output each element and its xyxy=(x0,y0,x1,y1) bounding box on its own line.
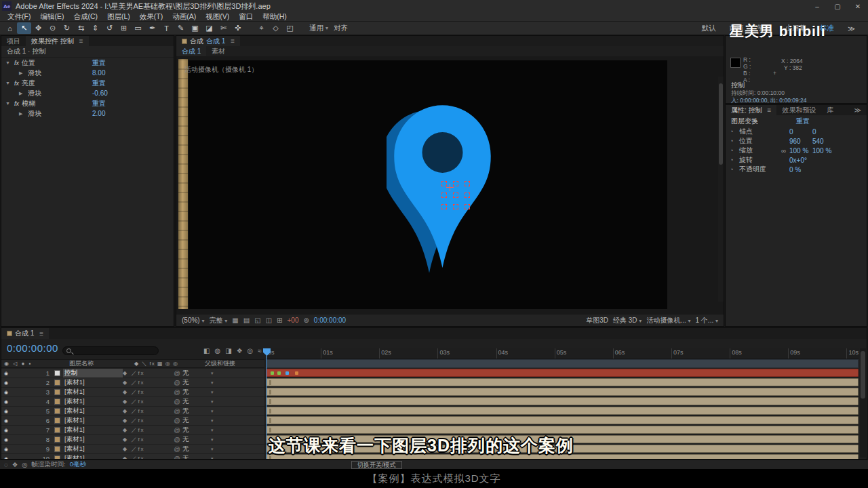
pickwhip-icon[interactable]: @ xyxy=(172,389,182,396)
snapshot-icon[interactable]: ⊚ xyxy=(303,317,309,324)
stopwatch-icon[interactable]: ◔ xyxy=(730,166,739,173)
effect-row-blur[interactable]: ▼ fx 模糊 重置 xyxy=(1,98,174,108)
parent-link-header[interactable]: 父级和链接 xyxy=(202,359,235,368)
preview-timecode[interactable]: 0:00:00:00 xyxy=(314,317,346,324)
transparency-grid-icon[interactable]: ▦ xyxy=(232,317,238,324)
parent-dropdown[interactable]: 无 xyxy=(182,416,211,425)
keyframe-marker[interactable] xyxy=(277,371,281,375)
layer-switches[interactable]: ◆ ／fx xyxy=(123,436,172,443)
scrollbar-thumb[interactable] xyxy=(719,83,723,165)
selection-handle[interactable] xyxy=(441,192,447,198)
pan-behind-tool-icon[interactable]: ⊞ xyxy=(117,22,131,34)
motion-blur-icon[interactable]: ◎ xyxy=(22,461,27,468)
work-area-bar[interactable] xyxy=(266,359,859,368)
eye-icon[interactable]: ◉ xyxy=(1,380,11,386)
frame-blend-icon[interactable]: ❖ xyxy=(237,347,243,354)
menu-animation[interactable]: 动画(A) xyxy=(167,12,201,22)
maximize-button[interactable]: ▢ xyxy=(827,0,848,12)
frame-blending-icon[interactable]: ❖ xyxy=(12,461,18,468)
pickwhip-icon[interactable]: @ xyxy=(172,427,182,434)
layer-duration-bar[interactable] xyxy=(266,388,859,396)
tab-composition-group[interactable]: 合成 合成 1 ≡ xyxy=(176,36,240,46)
parent-dropdown[interactable]: 无 xyxy=(182,369,211,378)
fast-preview-toggle[interactable]: 草图3D xyxy=(586,316,608,325)
axis-local-icon[interactable]: ⌖ xyxy=(254,22,269,34)
resolution-dropdown[interactable]: 完整 ▾ xyxy=(209,316,227,325)
layer-name[interactable]: [素材1] xyxy=(63,435,123,444)
layer-duration-bar[interactable] xyxy=(266,407,859,415)
pickwhip-icon[interactable]: @ xyxy=(172,370,182,377)
tab-project[interactable]: 项目 xyxy=(1,36,26,46)
layer-name[interactable]: [素材1] xyxy=(63,426,123,434)
tab-properties[interactable]: 属性: 控制 ≡ xyxy=(726,105,776,115)
menu-window[interactable]: 窗口 xyxy=(234,12,258,22)
rotation-tool-icon[interactable]: ↺ xyxy=(102,22,117,34)
prop-value-x[interactable]: 960 xyxy=(789,138,812,145)
link-icon[interactable]: ∞ xyxy=(781,147,789,155)
panel-menu-icon[interactable]: ≡ xyxy=(79,37,83,45)
pickwhip-icon[interactable]: @ xyxy=(172,380,182,386)
selection-handle[interactable] xyxy=(441,204,447,209)
prop-value-y[interactable]: 540 xyxy=(812,138,835,145)
menu-composition[interactable]: 合成(C) xyxy=(68,12,102,22)
layer-name-header[interactable]: 图层名称 xyxy=(69,359,134,368)
parent-dropdown[interactable]: 无 xyxy=(182,454,211,459)
draft3d-icon[interactable]: ◍ xyxy=(214,347,220,354)
selection-handle[interactable] xyxy=(465,204,470,209)
tab-library[interactable]: 库 xyxy=(821,105,839,115)
tab-effects-presets[interactable]: 效果和预设 xyxy=(776,105,821,115)
param-value[interactable]: 8.00 xyxy=(92,69,105,77)
layer-duration-bar[interactable] xyxy=(266,426,859,434)
menu-file[interactable]: 文件(F) xyxy=(3,12,35,22)
home-icon[interactable]: ⌂ xyxy=(3,22,17,34)
panel-menu-icon[interactable]: ≡ xyxy=(39,330,43,338)
layer-switches[interactable]: ◆ ／fx xyxy=(123,417,172,424)
twirl-open-icon[interactable]: ▼ xyxy=(5,101,12,106)
table-row[interactable]: ◉ 4 [素材1] ◆ ／fx @ 无 ▾ xyxy=(1,397,264,406)
eye-icon[interactable]: ◉ xyxy=(1,390,11,395)
layer-color-chip[interactable] xyxy=(54,436,60,443)
keyframe-marker[interactable] xyxy=(285,371,289,375)
stopwatch-icon[interactable]: ◔ xyxy=(730,157,739,163)
layer-duration-bar[interactable] xyxy=(266,416,859,424)
eye-icon[interactable]: ◉ xyxy=(1,456,11,460)
layer-color-chip[interactable] xyxy=(54,408,60,414)
layer-name[interactable]: [素材1] xyxy=(63,454,123,459)
layer-duration-bar[interactable] xyxy=(266,369,859,377)
type-tool-icon[interactable]: T xyxy=(159,22,174,34)
shy-layers-icon[interactable]: ◌ xyxy=(4,461,8,468)
menu-layer[interactable]: 图层(L) xyxy=(102,12,135,22)
anchor-point-icon[interactable] xyxy=(446,184,454,191)
layer-switches[interactable]: ◆ ／fx xyxy=(123,388,172,396)
reset-link[interactable]: 重置 xyxy=(796,117,810,126)
layer-color-chip[interactable] xyxy=(54,399,60,405)
graph-editor-icon[interactable]: ≈ xyxy=(258,347,262,354)
selection-handle[interactable] xyxy=(465,192,470,198)
prop-value-y[interactable]: 100 % xyxy=(812,147,835,155)
pickwhip-icon[interactable]: @ xyxy=(172,446,182,453)
layer-switches[interactable]: ◆ ／fx xyxy=(123,455,172,459)
pickwhip-icon[interactable]: @ xyxy=(172,399,182,405)
axis-view-icon[interactable]: ◰ xyxy=(283,22,297,34)
parent-dropdown[interactable]: 无 xyxy=(182,388,211,396)
twirl-closed-icon[interactable]: ▶ xyxy=(19,111,25,117)
playhead-line[interactable] xyxy=(267,348,267,459)
layer-switches[interactable]: ◆ ／fx xyxy=(123,398,172,405)
pickwhip-icon[interactable]: @ xyxy=(172,408,182,415)
shy-icon[interactable]: ◨ xyxy=(225,347,231,354)
parent-dropdown[interactable]: 无 xyxy=(182,445,211,453)
layer-color-chip[interactable] xyxy=(54,380,60,386)
twirl-closed-icon[interactable]: ▶ xyxy=(19,70,25,76)
effect-row-position[interactable]: ▼ fx 位置 重置 xyxy=(1,58,174,68)
selection-handle[interactable] xyxy=(465,181,470,186)
keyframe-marker[interactable] xyxy=(271,371,274,375)
eye-icon[interactable]: ◉ xyxy=(1,418,11,424)
layer-color-chip[interactable] xyxy=(54,455,60,459)
twirl-open-icon[interactable]: ▼ xyxy=(5,81,12,85)
twirl-open-icon[interactable]: ▼ xyxy=(5,60,12,65)
mini-flowchart-icon[interactable]: ◧ xyxy=(203,347,210,354)
layer-name[interactable]: [素材1] xyxy=(63,388,123,396)
orbit-camera-tool-icon[interactable]: ↻ xyxy=(60,22,74,34)
snap-dropdown[interactable]: 通用 ▾ xyxy=(309,24,328,33)
table-row[interactable]: ◉ 8 [素材1] ◆ ／fx @ 无 ▾ xyxy=(1,435,264,444)
